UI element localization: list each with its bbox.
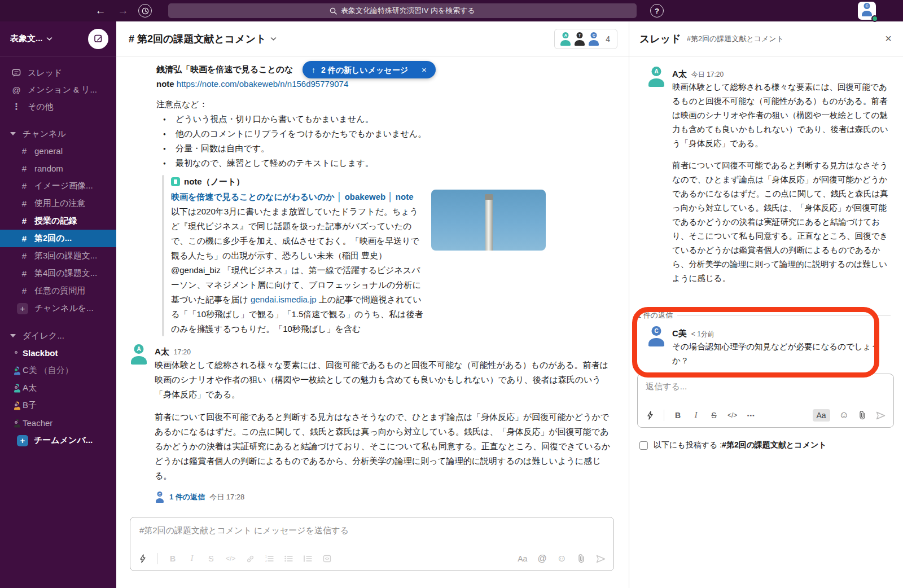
bullet-item: 他の人のコメントにリプライをつけるかたちでもかまいません。 xyxy=(156,126,612,141)
italic-icon[interactable]: I xyxy=(187,554,196,563)
sidebar-channel-general[interactable]: #general xyxy=(0,142,116,160)
hash-icon: # xyxy=(20,146,28,156)
thread-reply-composer[interactable]: 返信する... B I S </> ⋯ Aa ☺ xyxy=(637,374,894,428)
banner-close-icon[interactable]: × xyxy=(422,63,427,77)
member-avatar-a: A xyxy=(559,32,572,46)
workspace-name[interactable]: 表象文... xyxy=(10,33,43,44)
message-avatar[interactable]: A xyxy=(646,67,667,87)
format-aa-icon[interactable]: Aa xyxy=(518,554,527,563)
composer-placeholder[interactable]: #第2回の課題文献とコメント にメッセージを送信する xyxy=(130,517,613,536)
checkbox[interactable] xyxy=(639,441,648,450)
thread-channel-name[interactable]: #第2回の課題文献とコメント xyxy=(687,34,784,44)
card-thumbnail-image[interactable] xyxy=(431,190,546,251)
new-messages-banner[interactable]: ↑ 2 件の新しいメッセージ × xyxy=(303,61,436,78)
mention-at-icon[interactable]: @ xyxy=(537,554,546,564)
thread-reply-link[interactable]: C 1 件の返信 今日 17:28 xyxy=(155,490,612,504)
user-avatar[interactable]: C xyxy=(858,2,876,20)
dm-c-mi-self[interactable]: C C美 （自分） xyxy=(0,362,116,379)
history-back-icon[interactable]: ← xyxy=(92,5,109,17)
emoji-icon[interactable]: ☺ xyxy=(839,410,849,421)
send-icon[interactable] xyxy=(596,555,606,563)
thread-panel: スレッド #第2回の課題文献とコメント × A A太 今日 17:20 映画体験… xyxy=(629,21,903,588)
format-aa-icon[interactable]: Aa xyxy=(813,409,830,422)
sidebar-channel-class-records[interactable]: #授業の記録 xyxy=(0,212,116,230)
attach-paperclip-icon[interactable] xyxy=(858,411,867,420)
note-service-icon xyxy=(171,177,180,186)
message-author[interactable]: C美 xyxy=(672,326,687,340)
message-list: ↑ 2 件の新しいメッセージ × 銭清弘「映画を倍速で見ることのな note h… xyxy=(116,56,629,508)
sidebar-item-threads[interactable]: スレッド xyxy=(0,64,116,81)
dm-label: B子 xyxy=(23,400,37,411)
dm-section-header[interactable]: ダイレク... xyxy=(0,327,116,344)
sidebar-channel-usage-notes[interactable]: #使用上の注意 xyxy=(0,195,116,212)
message-author[interactable]: A太 xyxy=(155,344,169,359)
channel-title[interactable]: # 第2回の課題文献とコメント xyxy=(129,32,266,46)
channels-section-header[interactable]: チャンネル xyxy=(0,125,116,142)
add-channel-button[interactable]: +チャンネルを... xyxy=(0,300,116,317)
presence-online-dot xyxy=(871,15,878,22)
sidebar-channel-session3[interactable]: #第3回の課題文... xyxy=(0,247,116,265)
sidebar-channel-session4[interactable]: #第4回の課題文... xyxy=(0,265,116,282)
message-composer[interactable]: #第2回の課題文献とコメント にメッセージを送信する B I S </> 12 xyxy=(130,517,614,571)
reply-count-link[interactable]: 1 件の返信 xyxy=(169,490,205,504)
message-avatar[interactable]: A xyxy=(129,344,149,365)
bullet-item: 最初なので、練習として軽めのテキストにします。 xyxy=(156,156,612,170)
message-paragraph: 映画体験として総称される様々な要素には、回復可能であるものと回復不可能な（可能性… xyxy=(672,80,891,151)
code-icon[interactable]: </> xyxy=(226,555,235,563)
presence-offline-dot xyxy=(14,420,19,425)
italic-icon[interactable]: I xyxy=(691,411,700,420)
sidebar-channel-random[interactable]: #random xyxy=(0,160,116,177)
bold-icon[interactable]: B xyxy=(168,554,177,563)
dm-label: C美 xyxy=(23,365,37,376)
sidebar-item-label: メンション & リ... xyxy=(28,85,97,95)
link-icon[interactable] xyxy=(246,555,255,563)
message-author[interactable]: A太 xyxy=(672,67,687,81)
attach-paperclip-icon[interactable] xyxy=(577,554,586,563)
also-send-checkbox-row[interactable]: 以下にも投稿する :#第2回の課題文献とコメント xyxy=(639,440,827,450)
note-label: note xyxy=(156,79,174,89)
strikethrough-icon[interactable]: S xyxy=(709,411,718,420)
sidebar-channel-session2-selected[interactable]: #第2回の... xyxy=(0,230,116,247)
sidebar-item-mentions[interactable]: @ メンション & リ... xyxy=(0,81,116,98)
more-options-icon[interactable]: ⋯ xyxy=(746,411,755,420)
note-url-link[interactable]: https://note.com/obakeweb/n/n156d9577907… xyxy=(177,79,348,89)
sidebar-channel-images[interactable]: #イメージ画像... xyxy=(0,177,116,195)
strikethrough-icon[interactable]: S xyxy=(207,554,216,563)
dm-a-ta[interactable]: A A太 xyxy=(0,379,116,397)
blockquote-icon[interactable] xyxy=(303,555,312,563)
shortcuts-lightning-icon[interactable] xyxy=(646,411,655,420)
chevron-down-icon xyxy=(46,37,52,41)
close-icon[interactable]: × xyxy=(885,32,892,45)
help-icon[interactable]: ? xyxy=(650,4,664,17)
send-icon[interactable] xyxy=(876,411,886,420)
card-title-link[interactable]: 映画を倍速で見ることのなにがわるいのか │ obakeweb │ note xyxy=(171,190,423,204)
code-icon[interactable]: </> xyxy=(727,411,737,419)
reply-placeholder[interactable]: 返信する... xyxy=(638,374,893,392)
sidebar-item-more[interactable]: ⋮ その他 xyxy=(0,98,116,115)
code-block-icon[interactable] xyxy=(322,555,331,563)
message-avatar[interactable]: C xyxy=(646,326,667,346)
bold-icon[interactable]: B xyxy=(673,411,682,420)
member-count-button[interactable]: A T C 4 xyxy=(554,29,617,49)
shortcuts-lightning-icon[interactable] xyxy=(138,554,147,563)
history-clock-icon[interactable] xyxy=(138,4,152,17)
chevron-down-icon xyxy=(270,37,277,41)
card-inner-link[interactable]: gendai.ismedia.jp xyxy=(251,295,317,304)
message-paragraph: 前者について回復不可能であると判断する見方はなさそうなので、ひとまず論点は「身体… xyxy=(155,410,612,483)
ordered-list-icon[interactable]: 12 xyxy=(265,555,274,563)
dm-section-label: ダイレク... xyxy=(23,331,64,341)
sidebar-channel-questions[interactable]: #任意の質問用 xyxy=(0,282,116,300)
new-message-button[interactable] xyxy=(88,29,108,49)
add-team-members-button[interactable]: + チームメンバ... xyxy=(0,432,116,449)
chimney-graphic xyxy=(485,194,493,251)
dm-slackbot[interactable]: Slackbot xyxy=(0,344,116,362)
composer-toolbar: B I S </> 12 Aa xyxy=(130,547,613,571)
dm-teacher[interactable]: T Teacher xyxy=(0,414,116,432)
emoji-icon[interactable]: ☺ xyxy=(557,553,567,564)
dm-b-ko[interactable]: B B子 xyxy=(0,397,116,414)
bulleted-list-icon[interactable] xyxy=(284,555,293,563)
history-forward-icon[interactable]: → xyxy=(115,5,131,17)
search-input[interactable]: 表象文化論特殊研究演習IV 内を検索する xyxy=(168,3,637,18)
channel-label: 第2回の... xyxy=(34,233,72,244)
channel-label: イメージ画像... xyxy=(34,181,93,191)
